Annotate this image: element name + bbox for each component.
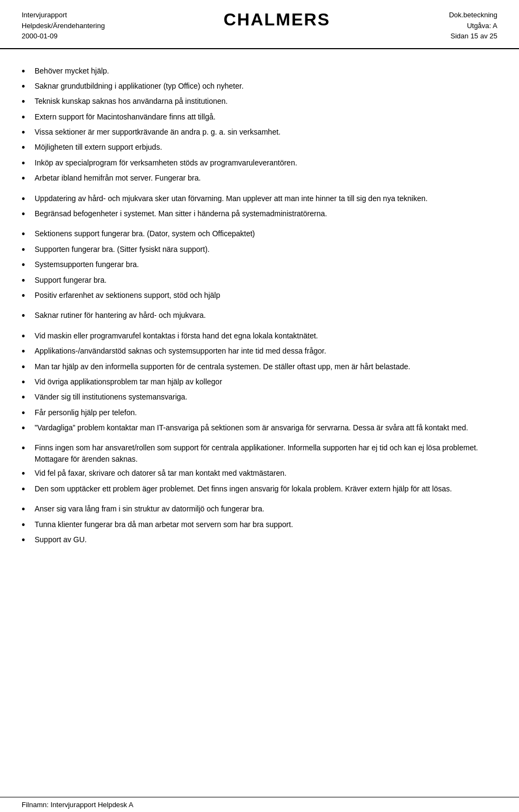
page: Intervjurapport Helpdesk/Ärendehantering… [0, 0, 519, 812]
bullet-icon: • [22, 503, 32, 516]
list-item-text: Extern support för Macintoshanvändare fi… [35, 111, 497, 123]
bullet-icon: • [22, 534, 32, 547]
main-content: •Behöver mycket hjälp.•Saknar grundutbil… [0, 49, 519, 797]
list-item-text: Vissa sektioner är mer supportkrävande ä… [35, 127, 497, 138]
list-item: •Support fungerar bra. [22, 275, 497, 287]
list-item-text: Teknisk kunskap saknas hos användarna på… [35, 96, 497, 107]
list-item-text: Support fungerar bra. [35, 275, 497, 286]
bullet-list-6: •Finns ingen som har ansvaret/rollen som… [22, 442, 497, 496]
bullet-icon: • [22, 208, 32, 221]
list-item: •Vid maskin eller programvarufel kontakt… [22, 330, 497, 343]
list-item: •Extern support för Macintoshanvändare f… [22, 111, 497, 124]
bullet-icon: • [22, 422, 32, 435]
list-item-text: Applikations-/användarstöd saknas och sy… [35, 345, 497, 357]
list-item: •Får personlig hjälp per telefon. [22, 407, 497, 420]
bullet-icon: • [22, 391, 32, 404]
footer: Filnamn: Intervjurapport Helpdesk A [0, 797, 519, 812]
list-item-text: Den som upptäcker ett problem äger probl… [35, 483, 497, 495]
list-item: •Vissa sektioner är mer supportkrävande … [22, 127, 497, 139]
list-item-text: Behöver mycket hjälp. [35, 65, 497, 77]
list-item-text: Positiv erfarenhet av sektionens support… [35, 290, 497, 301]
doc-label: Dok.beteckning [449, 10, 497, 21]
list-item: •Anser sig vara lång fram i sin struktur… [22, 503, 497, 516]
list-item: •Tunna klienter fungerar bra då man arbe… [22, 519, 497, 531]
chalmers-logo: CHALMERS [223, 10, 330, 30]
bullet-icon: • [22, 310, 32, 322]
doc-subtitle: Helpdesk/Ärendehantering [22, 21, 105, 31]
bullet-icon: • [22, 345, 32, 358]
doc-version: Utgåva: A [449, 21, 497, 31]
list-item: •Behöver mycket hjälp. [22, 65, 497, 78]
bullet-icon: • [22, 157, 32, 170]
list-item-text: Arbetar ibland hemifrån mot server. Fung… [35, 172, 497, 184]
bullet-icon: • [22, 142, 32, 154]
list-item: •”Vardagliga” problem kontaktar man IT-a… [22, 422, 497, 435]
list-item: •Positiv erfarenhet av sektionens suppor… [22, 290, 497, 302]
list-item-text: Vid fel på faxar, skrivare och datorer s… [35, 468, 497, 479]
bullet-icon: • [22, 407, 32, 420]
list-item: •Möjligheten till extern support erbjuds… [22, 142, 497, 154]
doc-date: 2000-01-09 [22, 31, 105, 42]
bullet-list-4: •Saknar rutiner för hantering av hård- o… [22, 310, 497, 322]
list-item-text: Begränsad befogenheter i systemet. Man s… [35, 208, 497, 219]
list-item-text: Uppdatering av hård- och mjukvara sker u… [35, 193, 497, 204]
list-item-text: Tunna klienter fungerar bra då man arbet… [35, 519, 497, 530]
bullet-icon: • [22, 81, 32, 93]
bullet-icon: • [22, 244, 32, 256]
list-item: •Man tar hjälp av den informella support… [22, 361, 497, 374]
list-item: •Vid övriga applikationsproblem tar man … [22, 376, 497, 389]
bullet-list-2: •Uppdatering av hård- och mjukvara sker … [22, 193, 497, 221]
list-item: •Support av GU. [22, 534, 497, 547]
bullet-icon: • [22, 259, 32, 271]
bullet-icon: • [22, 442, 32, 455]
list-item-text: Systemsupporten fungerar bra. [35, 259, 497, 270]
list-item: •Begränsad befogenheter i systemet. Man … [22, 208, 497, 221]
doc-type: Intervjurapport [22, 10, 105, 21]
list-item-text: Vid övriga applikationsproblem tar man h… [35, 376, 497, 388]
list-item-text: Saknar rutiner för hantering av hård- oc… [35, 310, 497, 321]
list-item: •Sektionens support fungerar bra. (Dator… [22, 228, 497, 241]
bullet-list-7: •Anser sig vara lång fram i sin struktur… [22, 503, 497, 547]
list-item: •Systemsupporten fungerar bra. [22, 259, 497, 271]
list-item-text: Inköp av specialprogram för verksamheten… [35, 157, 497, 169]
bullet-icon: • [22, 96, 32, 108]
list-item-text: ”Vardagliga” problem kontaktar man IT-an… [35, 422, 497, 434]
list-item: •Arbetar ibland hemifrån mot server. Fun… [22, 172, 497, 185]
bullet-icon: • [22, 275, 32, 287]
list-item-text: Får personlig hjälp per telefon. [35, 407, 497, 418]
doc-page: Sidan 15 av 25 [449, 31, 497, 42]
header-left: Intervjurapport Helpdesk/Ärendehantering… [22, 10, 105, 42]
bullet-list-5: •Vid maskin eller programvarufel kontakt… [22, 330, 497, 435]
bullet-list-3: •Sektionens support fungerar bra. (Dator… [22, 228, 497, 302]
bullet-icon: • [22, 376, 32, 389]
bullet-icon: • [22, 127, 32, 139]
bullet-icon: • [22, 193, 32, 205]
bullet-icon: • [22, 228, 32, 241]
list-item-text: Supporten fungerar bra. (Sitter fysiskt … [35, 244, 497, 255]
list-item: •Saknar grundutbildning i applikationer … [22, 81, 497, 93]
bullet-icon: • [22, 361, 32, 374]
bullet-icon: • [22, 519, 32, 531]
list-item-text: Finns ingen som har ansvaret/rollen som … [35, 442, 497, 465]
bullet-icon: • [22, 65, 32, 78]
list-item-text: Sektionens support fungerar bra. (Dator,… [35, 228, 497, 239]
list-item-text: Support av GU. [35, 534, 497, 545]
header: Intervjurapport Helpdesk/Ärendehantering… [0, 0, 519, 49]
list-item: •Applikations-/användarstöd saknas och s… [22, 345, 497, 358]
list-item: •Den som upptäcker ett problem äger prob… [22, 483, 497, 496]
list-item: •Vänder sig till institutionens systeman… [22, 391, 497, 404]
footer-label: Filnamn: Intervjurapport Helpdesk A [22, 801, 134, 809]
list-item: •Inköp av specialprogram för verksamhete… [22, 157, 497, 170]
bullet-icon: • [22, 290, 32, 302]
bullet-icon: • [22, 111, 32, 124]
bullet-icon: • [22, 483, 32, 496]
list-item: •Vid fel på faxar, skrivare och datorer … [22, 468, 497, 480]
bullet-list-1: •Behöver mycket hjälp.•Saknar grundutbil… [22, 65, 497, 185]
list-item: •Supporten fungerar bra. (Sitter fysiskt… [22, 244, 497, 256]
list-item: •Saknar rutiner för hantering av hård- o… [22, 310, 497, 322]
list-item: •Uppdatering av hård- och mjukvara sker … [22, 193, 497, 205]
list-item-text: Anser sig vara lång fram i sin struktur … [35, 503, 497, 515]
list-item-text: Saknar grundutbildning i applikationer (… [35, 81, 497, 92]
list-item-text: Vänder sig till institutionens systemans… [35, 391, 497, 403]
bullet-icon: • [22, 172, 32, 185]
